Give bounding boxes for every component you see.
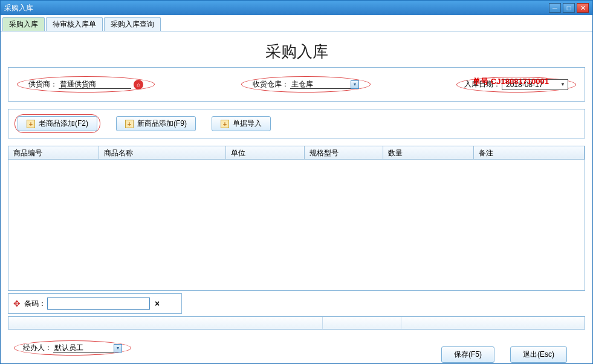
page-title: 采购入库 (8, 41, 585, 62)
plus-icon: + (221, 120, 229, 128)
tab-pending-audit[interactable]: 待审核入库单 (46, 17, 103, 31)
table-header: 商品编号 商品名称 单位 规格型号 数量 备注 (8, 146, 585, 160)
col-qty[interactable]: 数量 (383, 146, 474, 159)
close-button[interactable]: ✕ (577, 3, 589, 13)
titlebar: 采购入库 ─ □ ✕ (1, 1, 592, 15)
col-spec[interactable]: 规格型号 (305, 146, 383, 159)
minimize-button[interactable]: ─ (549, 3, 561, 13)
operator-dropdown-icon[interactable]: ▾ (114, 344, 122, 353)
col-remark[interactable]: 备注 (474, 146, 585, 159)
exit-button[interactable]: 退出(Esc) (510, 346, 567, 363)
barcode-input[interactable] (47, 297, 150, 310)
tab-purchase-query[interactable]: 采购入库查询 (104, 17, 161, 31)
warehouse-label: 收货仓库： (253, 79, 289, 89)
add-new-product-button[interactable]: + 新商品添加(F9) (116, 116, 196, 131)
plus-icon: + (27, 120, 35, 128)
tab-bar: 采购入库 待审核入库单 采购入库查询 (1, 15, 592, 31)
supplier-label: 供货商： (28, 79, 57, 89)
add-old-product-button[interactable]: + 老商品添加(F2) (18, 116, 97, 131)
import-bill-button[interactable]: + 单据导入 (212, 116, 271, 131)
col-product-code[interactable]: 商品编号 (8, 146, 99, 159)
warehouse-dropdown-icon[interactable]: ▾ (351, 80, 359, 89)
col-unit[interactable]: 单位 (226, 146, 305, 159)
col-product-name[interactable]: 商品名称 (99, 146, 226, 159)
table-body[interactable] (8, 160, 585, 290)
supplier-input[interactable] (59, 80, 131, 89)
move-icon[interactable]: ✥ (13, 299, 21, 308)
warehouse-input[interactable] (290, 80, 351, 89)
order-number: 单号 CJ18081710001 (473, 76, 549, 87)
supplier-search-icon[interactable]: ⌕ (134, 80, 143, 89)
maximize-button[interactable]: □ (563, 3, 575, 13)
barcode-label: 条码： (24, 299, 46, 309)
barcode-panel: ✥ 条码： × (8, 293, 182, 314)
plus-icon: + (125, 120, 134, 128)
operator-label: 经办人： (23, 343, 52, 353)
operator-input[interactable] (53, 343, 114, 353)
window-title: 采购入库 (4, 3, 33, 13)
barcode-close-icon[interactable]: × (155, 299, 160, 308)
date-dropdown-icon[interactable]: ▼ (560, 82, 565, 87)
tab-purchase-in[interactable]: 采购入库 (2, 17, 45, 31)
save-button[interactable]: 保存(F5) (441, 346, 494, 363)
toolbar: + 老商品添加(F2) + 新商品添加(F9) + 单据导入 (8, 109, 585, 138)
product-table: 商品编号 商品名称 单位 规格型号 数量 备注 (8, 146, 585, 291)
footer-strip (8, 316, 585, 330)
